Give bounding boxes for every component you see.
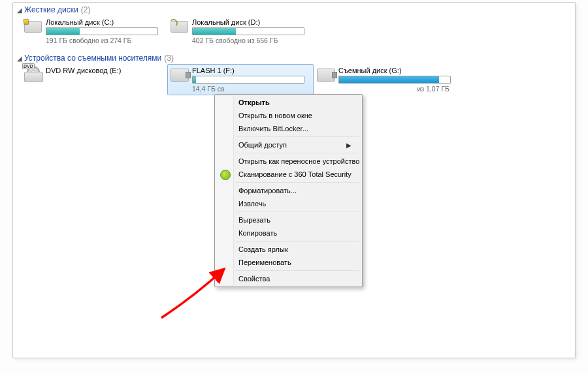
submenu-arrow-icon: ▶ — [346, 142, 351, 149]
capacity-bar — [192, 27, 304, 35]
drive-name: FLASH 1 (F:) — [192, 67, 304, 76]
context-menu: Открыть Открыть в новом окне Включить Bi… — [214, 94, 363, 287]
drive-name: Съемный диск (G:) — [338, 67, 451, 76]
drive-d[interactable]: Локальный диск (D:) 402 ГБ свободно из 6… — [167, 16, 314, 47]
menu-separator — [236, 270, 359, 271]
menu-eject[interactable]: Извлечь — [216, 197, 361, 210]
capacity-text: из 1,07 ГБ — [338, 84, 449, 93]
drive-flash[interactable]: FLASH 1 (F:) 14,4 ГБ св — [167, 64, 314, 95]
group-title: Устройства со съемными носителями — [24, 54, 161, 63]
menu-bitlocker[interactable]: Включить BitLocker... — [216, 122, 361, 135]
capacity-bar — [192, 76, 304, 84]
capacity-bar — [46, 27, 158, 35]
group-count: (3) — [164, 54, 174, 63]
menu-scan-360[interactable]: Сканирование с 360 Total Security — [216, 168, 361, 181]
menu-shortcut[interactable]: Создать ярлык — [216, 243, 361, 256]
menu-separator — [236, 153, 359, 153]
group-count: (2) — [81, 5, 91, 14]
drive-name: Локальный диск (D:) — [192, 18, 304, 27]
menu-portable[interactable]: Открыть как переносное устройство — [216, 155, 361, 168]
dvd-icon: DVD — [24, 67, 42, 83]
menu-separator — [236, 211, 359, 212]
menu-separator — [236, 182, 359, 183]
menu-properties[interactable]: Свойства — [216, 272, 361, 285]
capacity-text: 14,4 ГБ св — [192, 84, 304, 93]
hdd-icon — [171, 18, 188, 35]
hdd-row: Локальный диск (C:) 191 ГБ свободно из 2… — [13, 16, 575, 51]
capacity-bar — [338, 76, 451, 84]
collapse-arrow-icon: ◢ — [17, 7, 22, 14]
menu-separator — [236, 241, 359, 242]
usb-icon — [171, 67, 188, 83]
menu-cut[interactable]: Вырезать — [216, 213, 361, 226]
menu-open[interactable]: Открыть — [216, 96, 361, 109]
drive-c[interactable]: Локальный диск (C:) 191 ГБ свободно из 2… — [21, 16, 167, 47]
drive-name: Локальный диск (C:) — [46, 18, 158, 27]
capacity-text: 191 ГБ свободно из 274 ГБ — [46, 35, 158, 44]
360-security-icon — [220, 170, 231, 180]
capacity-text: 402 ГБ свободно из 656 ГБ — [192, 35, 304, 44]
menu-share[interactable]: Общий доступ▶ — [216, 138, 361, 151]
menu-open-new[interactable]: Открыть в новом окне — [216, 109, 361, 122]
collapse-arrow-icon: ◢ — [17, 55, 22, 62]
drive-g[interactable]: Съемный диск (G:) из 1,07 ГБ — [314, 64, 460, 95]
menu-format[interactable]: Форматировать... — [216, 184, 361, 197]
hdd-icon — [24, 18, 42, 35]
group-header-removable[interactable]: ◢ Устройства со съемными носителями (3) — [13, 51, 575, 64]
menu-rename[interactable]: Переименовать — [216, 256, 361, 269]
drive-name: DVD RW дисковод (E:) — [46, 67, 121, 76]
group-title: Жесткие диски — [24, 5, 78, 14]
group-header-hdd[interactable]: ◢ Жесткие диски (2) — [13, 3, 575, 16]
explorer-panel: ◢ Жесткие диски (2) Локальный диск (C:) … — [12, 2, 576, 358]
menu-copy[interactable]: Копировать — [216, 226, 361, 240]
drive-dvd[interactable]: DVD DVD RW дисковод (E:) — [21, 64, 167, 95]
usb-icon — [317, 67, 335, 83]
menu-separator — [236, 136, 359, 137]
